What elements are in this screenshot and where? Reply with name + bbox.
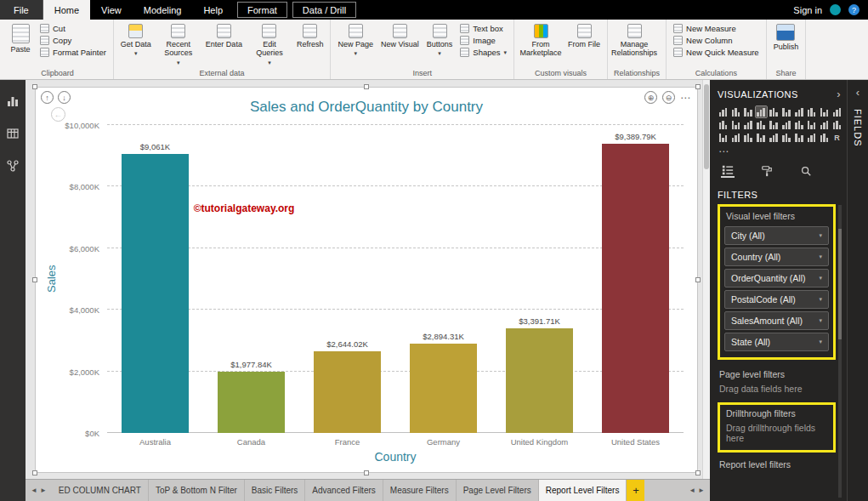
- fields-pane-tab-icon[interactable]: [721, 164, 735, 178]
- line-and-stacked-column-chart-icon[interactable]: [831, 106, 842, 117]
- canvas-vertical-scrollbar[interactable]: [702, 80, 710, 479]
- line-chart-icon[interactable]: [793, 106, 804, 117]
- drill-up-icon[interactable]: ↑: [41, 91, 54, 104]
- drill-down-icon[interactable]: ↓: [58, 91, 71, 104]
- table-icon[interactable]: [780, 132, 791, 143]
- new-visual-button[interactable]: New Visual: [378, 21, 422, 67]
- menu-tab-home[interactable]: Home: [43, 0, 90, 20]
- manage-relationships-button[interactable]: Manage Relationships: [612, 21, 656, 67]
- filter-pill-country-all[interactable]: Country (All)▾: [724, 248, 829, 266]
- map-icon[interactable]: [806, 119, 817, 130]
- clustered-column-chart-icon[interactable]: [756, 106, 767, 117]
- page-tab-report-level-filters[interactable]: Report Level Filters: [539, 480, 627, 501]
- pie-chart-icon[interactable]: [769, 119, 780, 130]
- new-page-button[interactable]: New Page▾: [335, 21, 376, 67]
- expand-pane-icon[interactable]: ›: [837, 88, 841, 100]
- page-tab-advanced-filters[interactable]: Advanced Filters: [305, 480, 383, 501]
- kpi-icon[interactable]: [756, 132, 767, 143]
- page-tab-top-bottom-n-filter[interactable]: ToP & Bottom N Filter: [149, 480, 245, 501]
- image-button[interactable]: Image: [457, 35, 509, 46]
- page-tab-page-level-filters[interactable]: Page Level Filters: [457, 480, 539, 501]
- resize-handle[interactable]: [32, 84, 37, 89]
- new-quick-measure-button[interactable]: New Quick Measure: [671, 47, 762, 58]
- funnel-icon[interactable]: [831, 119, 842, 130]
- filter-pill-salesamount-all[interactable]: SalesAmount (All)▾: [724, 311, 829, 330]
- page-tab-ed-column-chart[interactable]: ED COLUMN CHART: [52, 480, 149, 501]
- ribbon-chart-icon[interactable]: [730, 119, 741, 130]
- matrix-icon[interactable]: [793, 132, 804, 143]
- scatter-chart-icon[interactable]: [756, 119, 767, 130]
- bar-australia[interactable]: [122, 154, 189, 433]
- sign-in-link[interactable]: Sign in: [793, 5, 822, 15]
- cut-button[interactable]: Cut: [37, 23, 109, 34]
- report-canvas[interactable]: ↑ ↓ ⊕ ⊖ ⋯ ← Sales and OrderQuantity by C…: [26, 80, 710, 479]
- new-column-button[interactable]: New Column: [671, 35, 762, 46]
- report-view-icon[interactable]: [3, 92, 22, 111]
- tab-scroll-right-icon[interactable]: ►: [698, 487, 705, 494]
- context-tab-format[interactable]: Format: [237, 2, 287, 18]
- shapes-button[interactable]: Shapes▾: [457, 47, 509, 58]
- bar-canada[interactable]: [218, 372, 285, 433]
- publish-button[interactable]: Publish: [771, 21, 802, 67]
- resize-handle[interactable]: [32, 277, 37, 282]
- menu-tab-view[interactable]: View: [90, 0, 133, 20]
- page-tab-basic-filters[interactable]: Basic Filters: [245, 480, 305, 501]
- page-tab-measure-filters[interactable]: Measure Filters: [383, 480, 457, 501]
- line-and-clustered-column-chart-icon[interactable]: [718, 119, 729, 130]
- 100-stacked-column-chart-icon[interactable]: [780, 106, 791, 117]
- bar-germany[interactable]: [410, 344, 477, 433]
- from-marketplace-button[interactable]: From Marketplace: [519, 21, 563, 67]
- format-pane-tab-icon[interactable]: [760, 164, 774, 178]
- help-icon[interactable]: ?: [848, 4, 859, 15]
- chart-visual[interactable]: ↑ ↓ ⊕ ⊖ ⋯ ← Sales and OrderQuantity by C…: [35, 87, 698, 473]
- stacked-column-chart-icon[interactable]: [730, 106, 741, 117]
- resize-handle[interactable]: [32, 470, 37, 475]
- filled-map-icon[interactable]: [819, 119, 830, 130]
- format-painter-button[interactable]: Format Painter: [37, 47, 109, 58]
- gauge-icon[interactable]: [718, 132, 729, 143]
- bar-united-kingdom[interactable]: [506, 328, 573, 433]
- analytics-pane-tab-icon[interactable]: [799, 164, 813, 178]
- card-icon[interactable]: [730, 132, 741, 143]
- new-measure-button[interactable]: New Measure: [671, 23, 762, 34]
- tab-scroll-left-icon[interactable]: ◄: [31, 487, 37, 494]
- filter-pill-state-all[interactable]: State (All)▾: [724, 333, 829, 351]
- filter-pill-city-all[interactable]: City (All)▾: [724, 226, 829, 245]
- fields-pane-collapsed[interactable]: ‹ FIELDS: [847, 80, 868, 501]
- from-file-button[interactable]: From File: [565, 21, 603, 67]
- menu-tab-help[interactable]: Help: [192, 0, 234, 20]
- more-visuals-icon[interactable]: ⋯: [718, 143, 842, 162]
- multi-row-card-icon[interactable]: [743, 132, 754, 143]
- area-chart-icon[interactable]: [806, 106, 817, 117]
- stacked-area-chart-icon[interactable]: [819, 106, 830, 117]
- tab-scroll-left-icon[interactable]: ◄: [689, 487, 695, 494]
- account-icon[interactable]: [830, 4, 841, 15]
- waterfall-chart-icon[interactable]: [743, 119, 754, 130]
- donut-chart-icon[interactable]: [780, 119, 791, 130]
- get-data-button[interactable]: Get Data▾: [118, 21, 154, 67]
- recent-sources-button[interactable]: Recent Sources▾: [156, 21, 201, 67]
- resize-handle[interactable]: [364, 84, 369, 89]
- resize-handle[interactable]: [695, 84, 701, 89]
- enter-data-button[interactable]: Enter Data: [203, 21, 245, 67]
- context-tab-data-drill[interactable]: Data / Drill: [292, 2, 356, 18]
- 100-stacked-bar-chart-icon[interactable]: [769, 106, 780, 117]
- r-script-visual-icon[interactable]: R: [831, 132, 842, 143]
- clustered-bar-chart-icon[interactable]: [743, 106, 754, 117]
- new-page-tab-button[interactable]: +: [627, 480, 644, 501]
- filter-pill-postalcode-all[interactable]: PostalCode (All)▾: [724, 290, 829, 309]
- back-button-icon[interactable]: ←: [51, 107, 65, 122]
- shape-map-icon[interactable]: [819, 132, 830, 143]
- resize-handle[interactable]: [364, 470, 369, 475]
- buttons-button[interactable]: Buttons▾: [424, 21, 456, 67]
- treemap-icon[interactable]: [793, 119, 804, 130]
- resize-handle[interactable]: [695, 277, 701, 282]
- scrollbar-thumb[interactable]: [704, 84, 709, 169]
- copy-button[interactable]: Copy: [37, 35, 109, 46]
- data-view-icon[interactable]: [3, 124, 22, 143]
- scrollbar-thumb[interactable]: [838, 229, 842, 340]
- menu-tab-modeling[interactable]: Modeling: [133, 0, 193, 20]
- pin-visual-icon[interactable]: ⊕: [644, 91, 657, 104]
- stacked-bar-chart-icon[interactable]: [718, 106, 729, 117]
- focus-mode-icon[interactable]: ⊖: [662, 91, 675, 104]
